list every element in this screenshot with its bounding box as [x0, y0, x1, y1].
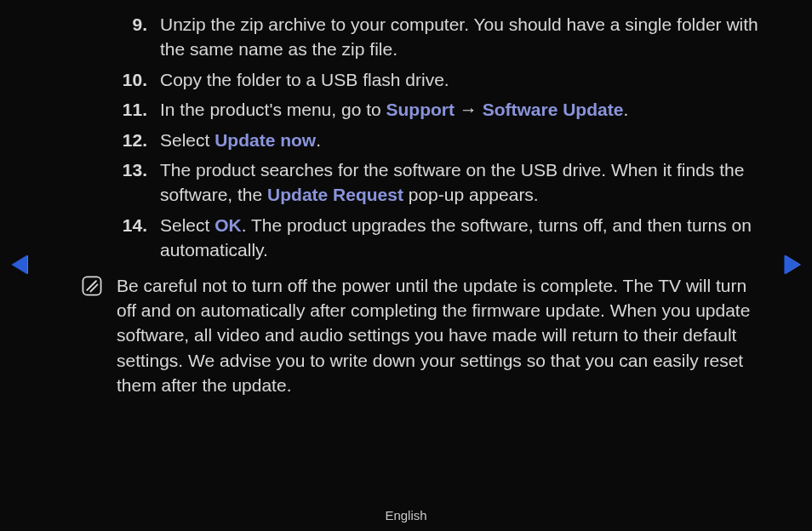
svg-line-1: [87, 281, 96, 290]
step-text-fragment: .: [316, 130, 321, 150]
step-text: Select Update now.: [160, 128, 769, 152]
step-number: 11.: [81, 97, 160, 122]
note-text: Be careful not to turn off the power unt…: [117, 273, 769, 398]
step-number: 10.: [81, 67, 160, 92]
step-number: 14.: [81, 213, 160, 263]
step-text: Unzip the zip archive to your computer. …: [160, 12, 769, 62]
step-text: In the product's menu, go to Support → S…: [160, 97, 769, 122]
step-item: 12.Select Update now.: [81, 128, 769, 152]
step-text: Copy the folder to a USB flash drive.: [160, 67, 769, 92]
steps-list: 9.Unzip the zip archive to your computer…: [81, 12, 769, 263]
step-text-fragment: Unzip the zip archive to your computer. …: [160, 14, 758, 59]
menu-path-highlight: Support: [386, 100, 455, 119]
step-text-fragment: Select: [160, 130, 214, 150]
step-item: 13.The product searches for the software…: [81, 157, 769, 208]
note-icon: [81, 275, 106, 398]
step-text-fragment: In the product's menu, go to: [160, 100, 386, 119]
menu-path-highlight: Update Request: [267, 185, 403, 204]
step-text: Select OK. The product upgrades the soft…: [160, 213, 769, 263]
caution-note: Be careful not to turn off the power unt…: [81, 273, 769, 398]
step-text-fragment: Select: [160, 215, 214, 235]
step-number: 13.: [81, 157, 160, 208]
next-page-arrow[interactable]: [785, 255, 800, 274]
step-text-fragment: . The product upgrades the software, tur…: [160, 215, 752, 260]
step-number: 12.: [81, 128, 160, 152]
step-text-fragment: .: [623, 100, 628, 119]
step-item: 14.Select OK. The product upgrades the s…: [81, 213, 769, 263]
step-item: 11.In the product's menu, go to Support …: [81, 97, 769, 122]
prev-page-arrow[interactable]: [12, 255, 27, 274]
manual-page-content: 9.Unzip the zip archive to your computer…: [81, 12, 769, 397]
page-language-footer: English: [0, 506, 812, 524]
step-text-fragment: pop-up appears.: [403, 185, 539, 204]
menu-path-highlight: Update now: [214, 130, 316, 150]
step-text: The product searches for the software on…: [160, 157, 769, 208]
menu-path-highlight: OK: [214, 215, 242, 235]
menu-path-highlight: Software Update: [483, 100, 624, 119]
step-item: 9.Unzip the zip archive to your computer…: [81, 12, 769, 62]
step-text-fragment: Copy the folder to a USB flash drive.: [160, 70, 449, 89]
step-number: 9.: [81, 12, 160, 62]
step-item: 10.Copy the folder to a USB flash drive.: [81, 67, 769, 92]
step-text-fragment: →: [455, 100, 483, 119]
